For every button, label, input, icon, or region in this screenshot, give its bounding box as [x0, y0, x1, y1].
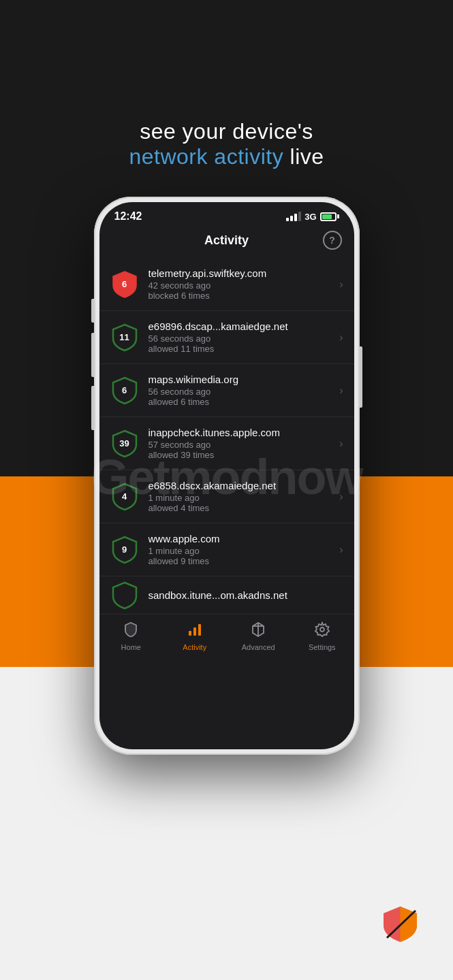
network-type: 3G: [304, 212, 316, 222]
item-info: maps.wikimedia.org 56 seconds ago allowe…: [149, 374, 334, 407]
shield-icon: [123, 621, 139, 640]
signal-bars-icon: [286, 212, 301, 221]
signal-bar-4: [298, 212, 301, 221]
item-status: allowed 39 times: [149, 450, 334, 460]
battery-fill: [322, 214, 332, 219]
battery-tip: [337, 214, 339, 218]
svg-rect-1: [193, 627, 196, 636]
item-domain: telemetry.api.swiftkey.com: [149, 267, 334, 279]
badge-number: 6: [122, 385, 127, 395]
list-item[interactable]: 6 telemetry.api.swiftkey.com 42 seconds …: [99, 258, 354, 311]
activity-list: 6 telemetry.api.swiftkey.com 42 seconds …: [99, 258, 354, 614]
badge-number: 6: [122, 279, 127, 289]
headline: see your device's network activity live: [129, 119, 324, 169]
chevron-right-icon: ›: [339, 544, 343, 556]
signal-bar-3: [294, 214, 297, 221]
item-domain: sandbox.itune...om.akadns.net: [149, 589, 343, 601]
nav-item-advanced[interactable]: Advanced: [227, 621, 291, 651]
svg-point-3: [320, 627, 324, 632]
item-time: 1 minute ago: [149, 546, 334, 556]
activity-item-partial[interactable]: sandbox.itune...om.akadns.net: [99, 576, 354, 614]
shield-badge: 6: [110, 376, 139, 405]
bottom-logo: [381, 905, 419, 943]
phone-outer: 12:42 3G: [94, 197, 360, 755]
status-time: 12:42: [114, 210, 142, 223]
item-status: allowed 4 times: [149, 503, 334, 513]
signal-bar-1: [286, 218, 289, 221]
chevron-right-icon: ›: [339, 438, 343, 450]
shield-badge: 39: [110, 429, 139, 458]
item-domain: www.apple.com: [149, 533, 334, 544]
item-info: sandbox.itune...om.akadns.net: [149, 589, 343, 601]
list-item[interactable]: 11 e69896.dscap...kamaiedge.net 56 secon…: [99, 311, 354, 364]
svg-rect-2: [198, 624, 201, 636]
list-item[interactable]: 6 maps.wikimedia.org 56 seconds ago allo…: [99, 364, 354, 417]
phone-button-silent: [91, 299, 94, 323]
shield-badge: 11: [110, 323, 139, 352]
headline-blue: network activity: [129, 144, 283, 169]
phone-button-power: [360, 346, 362, 408]
item-status: blocked 6 times: [149, 291, 334, 301]
item-info: www.apple.com 1 minute ago allowed 9 tim…: [149, 533, 334, 566]
item-time: 1 minute ago: [149, 493, 334, 503]
gear-icon: [314, 621, 330, 640]
nav-label: Settings: [309, 643, 336, 651]
nav-label: Advanced: [242, 643, 275, 651]
list-item[interactable]: 9 www.apple.com 1 minute ago allowed 9 t…: [99, 523, 354, 576]
chevron-right-icon: ›: [339, 385, 343, 397]
nav-label: Activity: [183, 643, 206, 651]
item-time: 56 seconds ago: [149, 333, 334, 344]
badge-number: 9: [122, 544, 127, 555]
bottom-nav: Home Activity Advanced Settings: [99, 614, 354, 657]
phone-button-vol-down: [91, 386, 94, 430]
item-time: 42 seconds ago: [149, 280, 334, 291]
badge-number: 11: [119, 332, 129, 342]
nav-label: Home: [121, 643, 141, 651]
help-button[interactable]: ?: [323, 231, 342, 250]
signal-bar-2: [290, 216, 293, 221]
item-info: e69896.dscap...kamaiedge.net 56 seconds …: [149, 321, 334, 354]
item-info: telemetry.api.swiftkey.com 42 seconds ag…: [149, 267, 334, 301]
headline-line1: see your device's: [129, 119, 324, 144]
chevron-right-icon: ›: [339, 331, 343, 344]
item-status: allowed 11 times: [149, 344, 334, 354]
item-domain: inappcheck.itunes.apple.com: [149, 427, 334, 438]
chevron-right-icon: ›: [339, 278, 343, 291]
battery-body: [320, 212, 337, 221]
item-status: allowed 6 times: [149, 397, 334, 407]
status-bar: 12:42 3G: [99, 202, 354, 227]
bars-icon: [187, 621, 203, 640]
shield-badge: 9: [110, 536, 139, 564]
chevron-right-icon: ›: [339, 491, 343, 503]
nav-item-home[interactable]: Home: [99, 621, 163, 651]
badge-number: 39: [119, 438, 129, 448]
page-wrapper: see your device's network activity live …: [0, 0, 453, 980]
shield-badge: [110, 581, 139, 610]
phone-screen: 12:42 3G: [99, 202, 354, 749]
phone-button-vol-up: [91, 333, 94, 377]
svg-rect-0: [189, 631, 191, 636]
item-time: 56 seconds ago: [149, 387, 334, 397]
item-time: 57 seconds ago: [149, 440, 334, 450]
item-domain: e69896.dscap...kamaiedge.net: [149, 321, 334, 332]
list-item[interactable]: 39 inappcheck.itunes.apple.com 57 second…: [99, 417, 354, 470]
status-right: 3G: [286, 212, 339, 222]
shield-badge: 4: [110, 483, 139, 511]
badge-number: 4: [122, 491, 127, 502]
item-status: allowed 9 times: [149, 556, 334, 566]
nav-item-settings[interactable]: Settings: [290, 621, 354, 651]
screen-header: Activity ?: [99, 227, 354, 258]
item-info: e6858.dscx.akamaiedge.net 1 minute ago a…: [149, 480, 334, 513]
item-info: inappcheck.itunes.apple.com 57 seconds a…: [149, 427, 334, 460]
screen-title: Activity: [131, 233, 323, 248]
headline-white: live: [290, 144, 324, 169]
list-item[interactable]: 4 e6858.dscx.akamaiedge.net 1 minute ago…: [99, 470, 354, 523]
nav-item-activity[interactable]: Activity: [163, 621, 227, 651]
item-domain: e6858.dscx.akamaiedge.net: [149, 480, 334, 491]
item-domain: maps.wikimedia.org: [149, 374, 334, 385]
phone-mockup: 12:42 3G: [94, 197, 360, 755]
headline-line2: network activity live: [129, 144, 324, 169]
battery-icon: [320, 212, 339, 221]
shield-badge: 6: [110, 270, 139, 299]
cube-icon: [250, 621, 266, 640]
